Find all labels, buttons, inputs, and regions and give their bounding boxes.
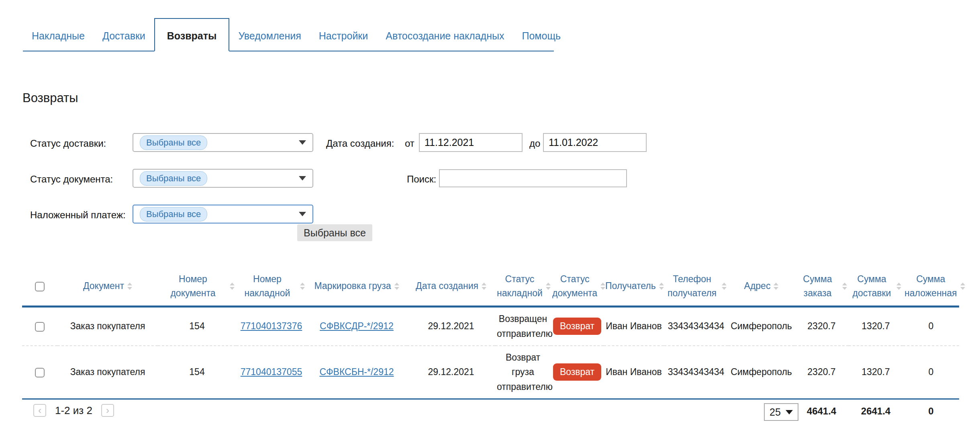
date-from-input[interactable] bbox=[419, 133, 523, 152]
cell-recipient: Иван Иванов bbox=[604, 346, 664, 399]
cell-cod-sum: 0 bbox=[903, 346, 959, 399]
total-delivery-sum: 2641.4 bbox=[849, 399, 903, 423]
delivery-status-dropdown[interactable]: Выбраны все bbox=[133, 133, 313, 152]
cell-document: Заказ покупателя bbox=[57, 307, 158, 346]
cod-dropdown[interactable]: Выбраны все bbox=[133, 205, 313, 224]
col-cargo-marking[interactable]: Маркировка груза bbox=[306, 267, 407, 307]
cell-delivery-sum: 1320.7 bbox=[849, 307, 903, 346]
sort-icon[interactable] bbox=[722, 283, 727, 290]
sort-icon[interactable] bbox=[842, 283, 847, 290]
invoice-number-link[interactable]: 771040137055 bbox=[241, 367, 302, 377]
tab-nakladnye[interactable]: Накладные bbox=[23, 18, 94, 51]
table-row: Заказ покупателя 154 771040137376 СФВКСД… bbox=[22, 307, 959, 346]
col-delivery-sum[interactable]: Сумма доставки bbox=[849, 267, 903, 307]
col-cod-sum[interactable]: Сумма наложенная bbox=[903, 267, 959, 307]
col-doc-number[interactable]: Номер документа bbox=[158, 267, 236, 307]
status-badge: Возврат bbox=[553, 318, 601, 335]
tab-autocreate[interactable]: Автосоздание накладных bbox=[377, 18, 513, 51]
col-invoice-status[interactable]: Статус накладной bbox=[495, 267, 551, 307]
cell-delivery-sum: 1320.7 bbox=[849, 346, 903, 399]
chevron-left-icon: ‹ bbox=[38, 405, 41, 416]
col-invoice-number[interactable]: Номер накладной bbox=[236, 267, 306, 307]
select-all-checkbox[interactable] bbox=[35, 282, 45, 291]
col-order-sum[interactable]: Сумма заказа bbox=[794, 267, 849, 307]
page-size-value: 25 bbox=[770, 406, 781, 418]
returns-table: Документ Номер документа Номер накладной… bbox=[22, 267, 959, 423]
selected-all-chip: Выбраны все bbox=[140, 171, 207, 186]
selected-all-chip: Выбраны все bbox=[140, 135, 207, 150]
date-to-label: до bbox=[529, 138, 540, 149]
cell-order-sum: 2320.7 bbox=[794, 346, 849, 399]
cod-label: Наложенный платеж: bbox=[30, 209, 126, 221]
totals-row: 4641.4 2641.4 0 bbox=[22, 399, 959, 423]
tab-uvedomleniya[interactable]: Уведомления bbox=[229, 18, 310, 51]
cargo-marking-link[interactable]: СФВКСБН-*/2912 bbox=[319, 367, 394, 377]
cell-address: Симферополь bbox=[728, 307, 794, 346]
sort-icon[interactable] bbox=[546, 283, 551, 290]
tab-pomosh[interactable]: Помощь bbox=[513, 18, 570, 51]
sort-icon[interactable] bbox=[394, 283, 399, 290]
sort-icon[interactable] bbox=[300, 283, 305, 290]
row-checkbox[interactable] bbox=[35, 322, 45, 332]
pagination-info: 1-2 из 2 bbox=[55, 404, 92, 417]
selected-all-chip: Выбраны все bbox=[140, 207, 207, 221]
cell-recipient-phone: 33434343434 bbox=[664, 346, 728, 399]
document-status-label: Статус документа: bbox=[30, 174, 113, 185]
col-address[interactable]: Адрес bbox=[728, 267, 794, 307]
total-cod-sum: 0 bbox=[903, 399, 959, 423]
col-date-created[interactable]: Дата создания bbox=[407, 267, 495, 307]
col-recipient-phone[interactable]: Телефон получателя bbox=[664, 267, 728, 307]
page-title: Возвраты bbox=[22, 91, 78, 105]
cell-document: Заказ покупателя bbox=[57, 346, 158, 399]
delivery-status-label: Статус доставки: bbox=[30, 138, 106, 149]
tab-dostavki[interactable]: Доставки bbox=[94, 18, 154, 51]
returns-page: Накладные Доставки Возвраты Уведомления … bbox=[0, 0, 980, 447]
sort-icon[interactable] bbox=[127, 283, 132, 290]
cell-date-created: 29.12.2021 bbox=[407, 307, 495, 346]
cell-order-sum: 2320.7 bbox=[794, 307, 849, 346]
chevron-down-icon bbox=[299, 212, 306, 216]
sort-icon[interactable] bbox=[896, 283, 901, 290]
cell-doc-number: 154 bbox=[158, 346, 236, 399]
cell-invoice-status: Возврат груза отправителю bbox=[495, 346, 551, 399]
sort-icon[interactable] bbox=[600, 283, 605, 290]
tab-vozvraty[interactable]: Возвраты bbox=[154, 18, 230, 51]
prev-page-button[interactable]: ‹ bbox=[33, 404, 46, 417]
col-recipient[interactable]: Получатель bbox=[604, 267, 664, 307]
cargo-marking-link[interactable]: СФВКСДР-*/2912 bbox=[320, 321, 394, 331]
col-document[interactable]: Документ bbox=[57, 267, 158, 307]
document-status-dropdown[interactable]: Выбраны все bbox=[133, 169, 313, 188]
date-created-label: Дата создания: bbox=[326, 138, 394, 149]
cell-recipient-phone: 33434343434 bbox=[664, 307, 728, 346]
col-document-status[interactable]: Статус документа bbox=[551, 267, 604, 307]
table-row: Заказ покупателя 154 771040137055 СФВКСБ… bbox=[22, 346, 959, 399]
table-header-row: Документ Номер документа Номер накладной… bbox=[22, 267, 959, 307]
select-all-cell bbox=[22, 267, 57, 307]
total-order-sum: 4641.4 bbox=[794, 399, 849, 423]
row-checkbox[interactable] bbox=[35, 368, 45, 377]
chevron-right-icon: › bbox=[106, 405, 109, 416]
cell-cod-sum: 0 bbox=[903, 307, 959, 346]
date-from-label: от bbox=[405, 138, 414, 149]
pagination: ‹ 1-2 из 2 › bbox=[33, 404, 114, 417]
cell-recipient: Иван Иванов bbox=[604, 307, 664, 346]
sort-icon[interactable] bbox=[960, 283, 965, 290]
cell-doc-number: 154 bbox=[158, 307, 236, 346]
sort-icon[interactable] bbox=[774, 283, 778, 290]
page-size-select[interactable]: 25 bbox=[764, 403, 798, 421]
chevron-down-icon bbox=[786, 410, 793, 414]
sort-icon[interactable] bbox=[230, 283, 235, 290]
sort-icon[interactable] bbox=[482, 283, 486, 290]
main-tabbar: Накладные Доставки Возвраты Уведомления … bbox=[23, 18, 554, 51]
chevron-down-icon bbox=[299, 176, 306, 180]
chevron-down-icon bbox=[299, 140, 306, 145]
search-input[interactable] bbox=[439, 169, 627, 187]
cell-date-created: 29.12.2021 bbox=[407, 346, 495, 399]
date-to-input[interactable] bbox=[543, 133, 647, 152]
sort-icon[interactable] bbox=[659, 283, 664, 290]
next-page-button[interactable]: › bbox=[101, 404, 114, 417]
search-label: Поиск: bbox=[407, 174, 436, 185]
tab-nastroyki[interactable]: Настройки bbox=[310, 18, 377, 51]
invoice-number-link[interactable]: 771040137376 bbox=[241, 321, 302, 331]
cell-invoice-status: Возвращен отправителю bbox=[495, 307, 551, 346]
